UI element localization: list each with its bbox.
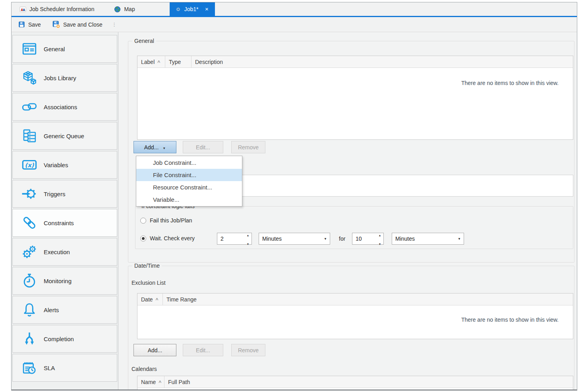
column-header-description[interactable]: Description	[191, 56, 573, 68]
column-header-label[interactable]: Label	[137, 56, 165, 68]
tab-label: Map	[124, 6, 135, 12]
menu-item-variable[interactable]: Variable...	[136, 193, 242, 206]
sidebar-item-general[interactable]: General	[12, 35, 117, 63]
spinner-arrows-icon[interactable]	[244, 233, 251, 244]
combo-caret-icon	[455, 233, 464, 244]
chain-icon	[21, 214, 38, 231]
calendars-table: Name Full Path	[137, 376, 573, 390]
exclusion-list-area: There are no items to show in this view.	[137, 305, 573, 339]
save-label: Save	[28, 21, 41, 28]
sidebar-item-triggers[interactable]: Triggers	[12, 180, 117, 208]
save-button[interactable]: Save	[16, 19, 43, 29]
menu-item-file-constraint[interactable]: File Constraint...	[136, 169, 242, 181]
sidebar-item-associations[interactable]: Associations	[12, 93, 117, 121]
column-header-text: Name	[141, 379, 156, 385]
general-groupbox-title: General	[132, 38, 156, 44]
sidebar-item-label: Execution	[44, 249, 70, 255]
document-tabbar: Job Scheduler Information Map Job1*	[12, 2, 577, 16]
column-header-full-path[interactable]: Full Path	[164, 376, 573, 388]
sidebar-item-completion[interactable]: Completion	[12, 325, 117, 353]
calendars-list-area	[137, 388, 573, 390]
column-header-text: Type	[169, 59, 181, 65]
column-header-time-range[interactable]: Time Range	[163, 294, 573, 305]
exclusion-table-header: Date Time Range	[137, 294, 573, 305]
save-icon	[18, 21, 25, 28]
sidebar-item-execution[interactable]: Execution	[12, 238, 117, 266]
column-header-date[interactable]: Date	[137, 294, 163, 305]
edit-exclusion-button[interactable]: Edit...	[183, 344, 223, 356]
sidebar-item-generic-queue[interactable]: Generic Queue	[12, 122, 117, 150]
gears-icon	[21, 243, 38, 260]
sidebar-item-label: Constraints	[44, 220, 74, 226]
remove-button-label: Remove	[238, 144, 259, 151]
tab-job-scheduler-information[interactable]: Job Scheduler Information	[14, 2, 100, 16]
add-button-label: Add...	[148, 347, 162, 353]
radio-wait-check-every[interactable]	[140, 236, 146, 241]
sidebar-item-label: Jobs Library	[44, 75, 76, 81]
check-every-unit-select[interactable]: Minutes	[259, 233, 330, 245]
edit-button-label: Edit...	[196, 347, 210, 353]
add-button-label: Add...	[144, 144, 159, 151]
add-dropdown-menu: Job Constraint... File Constraint... Res…	[136, 156, 242, 207]
sidebar-item-variables[interactable]: (x) Variables	[12, 151, 117, 179]
menu-item-resource-constraint[interactable]: Resource Constraint...	[136, 181, 242, 193]
radio-fail-job-plan[interactable]	[140, 218, 146, 224]
app-logo-icon	[19, 6, 26, 13]
calendars-label: Calendars	[132, 366, 157, 372]
combo-value: Minutes	[259, 233, 321, 244]
column-header-type[interactable]: Type	[165, 56, 191, 68]
sidebar-item-label: Alerts	[44, 307, 59, 313]
sort-ascending-icon	[155, 59, 160, 65]
sidebar-item-label: Monitoring	[44, 278, 72, 284]
calendars-table-header: Name Full Path	[137, 376, 573, 388]
tab-label: Job Scheduler Information	[29, 6, 94, 12]
tab-map[interactable]: Map	[108, 2, 140, 16]
branch-arrows-icon	[21, 330, 38, 347]
column-header-text: Description	[195, 59, 223, 65]
sidebar-item-jobs-library[interactable]: Jobs Library	[12, 64, 117, 92]
sidebar-item-label: Completion	[44, 336, 74, 342]
spinner-value: 2	[217, 233, 244, 244]
sidebar-item-constraints[interactable]: Constraints	[12, 209, 117, 237]
svg-text:(x): (x)	[25, 162, 34, 169]
close-tab-icon[interactable]	[204, 6, 209, 12]
radio-label: Wait. Check every	[150, 235, 195, 241]
bell-icon	[21, 301, 38, 318]
sidebar-item-monitoring[interactable]: Monitoring	[12, 267, 117, 295]
column-header-text: Full Path	[168, 379, 190, 385]
for-unit-select[interactable]: Minutes	[392, 233, 464, 245]
sidebar-item-alerts[interactable]: Alerts	[12, 296, 117, 324]
queue-icon	[21, 127, 38, 144]
variables-icon: (x)	[21, 156, 38, 173]
tab-job1[interactable]: Job1*	[170, 2, 215, 16]
remove-constraint-button[interactable]: Remove	[231, 141, 265, 153]
sort-ascending-icon	[153, 296, 159, 303]
globe-icon	[114, 6, 121, 13]
spinner-arrows-icon[interactable]	[376, 233, 383, 244]
edit-constraint-button[interactable]: Edit...	[183, 141, 223, 153]
if-constraint-logic-fails-groupbox: If constraint logic fails Fail this Job/…	[135, 206, 573, 249]
app-window: Job Scheduler Information Map Job1*	[11, 2, 577, 390]
sidebar-item-sla[interactable]: SLA	[12, 354, 117, 382]
remove-button-label: Remove	[238, 347, 259, 353]
column-header-name[interactable]: Name	[137, 376, 164, 388]
for-value-spinner[interactable]: 10	[352, 233, 384, 245]
wait-check-option: Wait. Check every	[140, 235, 195, 241]
stopwatch-icon	[21, 272, 38, 289]
empty-list-message: There are no items to show in this view.	[461, 317, 559, 323]
constraints-page: General Label Type Description	[118, 32, 577, 390]
add-constraint-button[interactable]: Add...	[133, 141, 176, 153]
sort-ascending-icon	[156, 379, 161, 385]
dropdown-caret-icon	[162, 144, 166, 151]
save-and-close-button[interactable]: Save and Close	[50, 19, 104, 30]
links-icon	[21, 98, 38, 115]
empty-list-message: There are no items to show in this view.	[461, 80, 559, 86]
toolbar-overflow-icon[interactable]	[112, 22, 117, 27]
remove-exclusion-button[interactable]: Remove	[231, 344, 265, 356]
check-every-value-spinner[interactable]: 2	[217, 233, 252, 245]
menu-item-job-constraint[interactable]: Job Constraint...	[136, 156, 242, 169]
constraints-list-area: There are no items to show in this view.	[137, 68, 573, 139]
add-exclusion-button[interactable]: Add...	[133, 344, 176, 356]
fail-job-plan-option: Fail this Job/Plan	[140, 217, 192, 224]
column-header-text: Time Range	[166, 296, 197, 303]
